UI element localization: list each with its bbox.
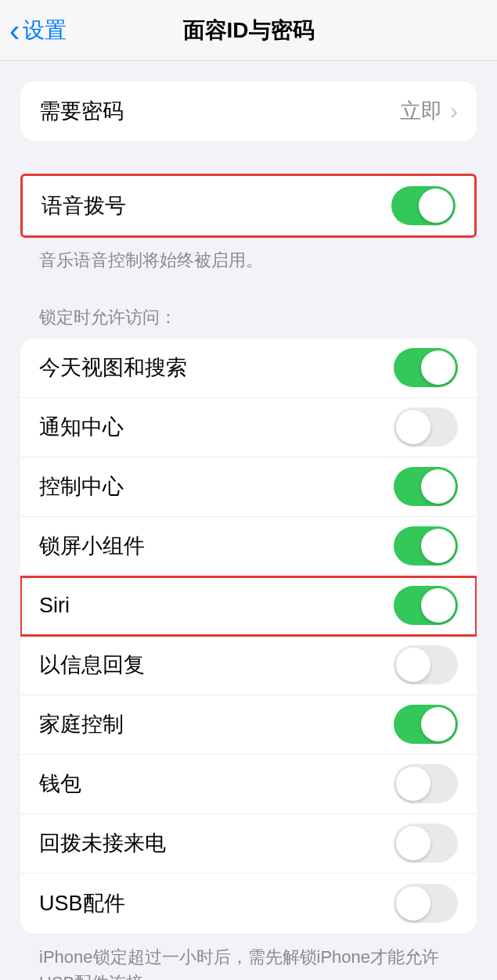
lock-access-item-label: USB配件: [39, 889, 125, 917]
lock-access-toggle[interactable]: [394, 526, 458, 565]
lock-access-row: 钱包: [20, 755, 477, 814]
back-label: 设置: [23, 16, 67, 45]
toggle-knob: [421, 469, 456, 504]
toggle-knob: [419, 188, 453, 223]
content: 需要密码 立即 › 语音拨号 音乐语音控制将始终被启用。 锁定时允许访问： 今天…: [0, 61, 497, 980]
lock-access-toggle[interactable]: [394, 705, 458, 744]
nav-bar: ‹ 设置 面容ID与密码: [0, 0, 497, 61]
lock-access-row: Siri: [20, 576, 477, 636]
lock-access-toggle[interactable]: [394, 348, 458, 387]
lock-access-toggle[interactable]: [394, 586, 458, 625]
toggle-knob: [421, 588, 456, 623]
passcode-group: 需要密码 立即 ›: [20, 81, 477, 141]
lock-access-row: USB配件: [20, 874, 477, 933]
toggle-knob: [396, 766, 430, 801]
toggle-knob: [396, 410, 430, 444]
lock-access-row: 控制中心: [20, 458, 477, 517]
lock-access-toggle[interactable]: [394, 824, 458, 863]
voice-dial-footer: 音乐语音控制将始终被启用。: [20, 238, 477, 273]
toggle-knob: [396, 648, 430, 682]
lock-access-item-label: 以信息回复: [39, 651, 145, 679]
lock-access-item-label: 锁屏小组件: [39, 532, 145, 560]
back-button[interactable]: ‹ 设置: [0, 15, 67, 46]
voice-dial-row: 语音拨号: [23, 176, 474, 235]
chevron-left-icon: ‹: [9, 15, 20, 46]
lock-access-toggle[interactable]: [394, 407, 458, 447]
lock-access-item-label: 控制中心: [39, 472, 124, 501]
lock-access-row: 家庭控制: [20, 695, 477, 755]
lock-access-row: 锁屏小组件: [20, 517, 477, 576]
lock-access-item-label: 家庭控制: [39, 710, 124, 738]
lock-access-row: 回拨未接来电: [20, 814, 477, 874]
toggle-knob: [421, 529, 456, 563]
toggle-knob: [421, 350, 456, 385]
lock-access-row: 今天视图和搜索: [20, 339, 477, 398]
lock-access-toggle[interactable]: [394, 884, 458, 923]
row-right: 立即 ›: [400, 97, 458, 125]
lock-access-row: 通知中心: [20, 398, 477, 458]
lock-access-item-label: 钱包: [39, 770, 81, 798]
lock-access-toggle[interactable]: [394, 467, 458, 506]
chevron-right-icon: ›: [450, 98, 458, 124]
require-passcode-value: 立即: [400, 97, 442, 125]
lock-access-item-label: 回拨未接来电: [39, 829, 166, 857]
lock-access-toggle[interactable]: [394, 645, 458, 684]
toggle-knob: [396, 886, 430, 921]
toggle-knob: [421, 707, 456, 741]
lock-access-item-label: 通知中心: [39, 413, 124, 441]
voice-dial-group: 语音拨号: [20, 174, 477, 238]
lock-access-group: 今天视图和搜索通知中心控制中心锁屏小组件Siri以信息回复家庭控制钱包回拨未接来…: [20, 339, 477, 933]
toggle-knob: [396, 826, 430, 860]
voice-dial-toggle[interactable]: [391, 186, 456, 225]
lock-access-footer: iPhone锁定超过一小时后，需先解锁iPhone才能允许USB配件连接。: [20, 933, 477, 980]
page-title: 面容ID与密码: [183, 16, 315, 45]
lock-access-item-label: 今天视图和搜索: [39, 354, 187, 382]
require-passcode-row[interactable]: 需要密码 立即 ›: [20, 81, 477, 141]
lock-access-header: 锁定时允许访问：: [20, 306, 477, 339]
lock-access-row: 以信息回复: [20, 636, 477, 695]
lock-access-toggle[interactable]: [394, 764, 458, 803]
voice-dial-label: 语音拨号: [41, 192, 126, 220]
lock-access-item-label: Siri: [39, 594, 70, 618]
require-passcode-label: 需要密码: [39, 97, 124, 125]
